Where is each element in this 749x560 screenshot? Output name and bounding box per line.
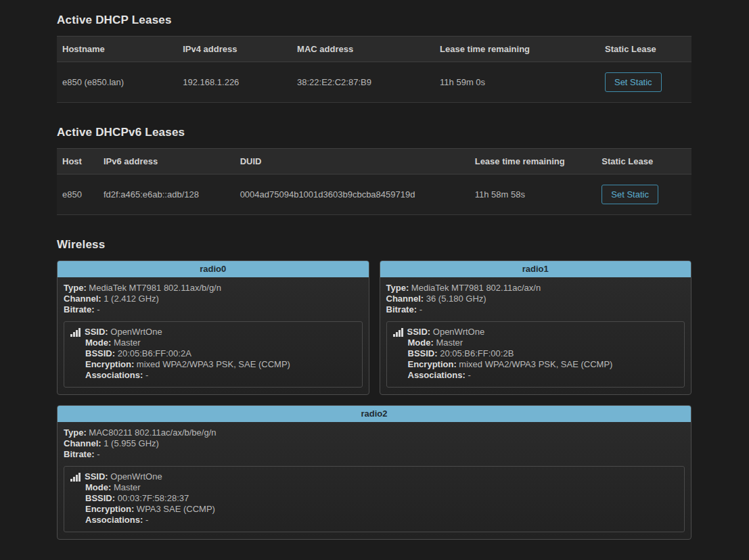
radio2-body: Type: MAC80211 802.11ac/ax/b/be/g/n Chan… [58,422,691,539]
radio0-ssid: SSID: OpenWrtOne [70,327,356,337]
lease-host: e850 [57,174,98,215]
col-lease-time: Lease time remaining [470,149,597,174]
radio1-bssid: BSSID: 20:05:B6:FF:00:2B [393,348,679,359]
radio0-encryption: Encryption: mixed WPA2/WPA3 PSK, SAE (CC… [70,359,356,370]
radio0-body: Type: MediaTek MT7981 802.11ax/b/g/n Cha… [58,277,369,394]
col-ipv4: IPv4 address [177,37,292,62]
set-static-button[interactable]: Set Static [602,185,658,204]
col-static-lease: Static Lease [599,37,691,62]
radio-card-radio1: radio1 Type: MediaTek MT7981 802.11ac/ax… [380,260,692,395]
dhcpv6-leases-section: Active DHCPv6 Leases Host IPv6 address D… [57,126,691,215]
radio0-bitrate: Bitrate: - [64,304,363,315]
wireless-section: Wireless radio0 Type: MediaTek MT7981 80… [57,238,691,540]
set-static-button[interactable]: Set Static [605,72,662,92]
dhcp-header-row: Hostname IPv4 address MAC address Lease … [57,37,691,62]
radio1-bitrate: Bitrate: - [386,304,685,315]
status-page: Active DHCP Leases Hostname IPv4 address… [0,0,749,560]
radio0-title: radio0 [58,261,369,277]
radio1-mode: Mode: Master [393,337,679,348]
radio1-channel: Channel: 36 (5.180 GHz) [386,294,685,304]
col-mac: MAC address [292,37,434,62]
radio-card-radio0: radio0 Type: MediaTek MT7981 802.11ax/b/… [57,260,369,395]
radio2-mode: Mode: Master [70,482,678,493]
radio2-ssid: SSID: OpenWrtOne [70,471,678,482]
col-ipv6: IPv6 address [98,149,235,174]
dhcp-leases-title: Active DHCP Leases [57,14,691,27]
col-hostname: Hostname [57,37,177,62]
radio0-channel: Channel: 1 (2.412 GHz) [64,294,363,304]
dhcp-leases-section: Active DHCP Leases Hostname IPv4 address… [57,14,691,103]
lease-ipv4: 192.168.1.226 [177,62,292,103]
radio0-mode: Mode: Master [70,337,356,348]
radio2-network-box: SSID: OpenWrtOne Mode: Master BSSID: 00:… [64,466,685,532]
radio2-associations: Associations: - [70,515,678,526]
dhcpv6-lease-row: e850 fd2f:a465:e6ab::adb/128 0004ad75094… [57,174,691,215]
radio1-body: Type: MediaTek MT7981 802.11ac/ax/n Chan… [380,277,691,394]
wireless-title: Wireless [57,238,691,252]
radio2-type: Type: MAC80211 802.11ac/ax/b/be/g/n [64,427,685,438]
signal-icon [70,473,81,482]
radio1-associations: Associations: - [393,370,679,381]
radio0-type: Type: MediaTek MT7981 802.11ax/b/g/n [64,283,363,294]
lease-hostname: e850 (e850.lan) [57,62,177,103]
dhcpv6-header-row: Host IPv6 address DUID Lease time remain… [57,149,691,174]
radio1-network-box: SSID: OpenWrtOne Mode: Master BSSID: 20:… [386,321,685,388]
col-duid: DUID [235,149,470,174]
dhcpv6-leases-table: Host IPv6 address DUID Lease time remain… [57,148,691,215]
lease-time: 11h 58m 58s [470,174,597,215]
lease-ipv6: fd2f:a465:e6ab::adb/128 [98,174,235,215]
dhcpv6-leases-title: Active DHCPv6 Leases [57,126,691,139]
radio2-channel: Channel: 1 (5.955 GHz) [64,438,685,449]
radio1-type: Type: MediaTek MT7981 802.11ac/ax/n [386,283,685,294]
radio1-encryption: Encryption: mixed WPA2/WPA3 PSK, SAE (CC… [393,359,679,370]
radio0-network-box: SSID: OpenWrtOne Mode: Master BSSID: 20:… [64,321,363,388]
radio-card-radio2: radio2 Type: MAC80211 802.11ac/ax/b/be/g… [57,405,691,540]
radio0-bssid: BSSID: 20:05:B6:FF:00:2A [70,348,356,359]
radio2-bssid: BSSID: 00:03:7F:58:28:37 [70,493,678,504]
lease-mac: 38:22:E2:C2:87:B9 [292,62,434,103]
dhcp-lease-row: e850 (e850.lan) 192.168.1.226 38:22:E2:C… [57,62,691,103]
col-lease-time: Lease time remaining [434,37,599,62]
radio2-title: radio2 [58,406,691,422]
col-static-lease: Static Lease [596,149,691,174]
radio2-bitrate: Bitrate: - [64,449,685,460]
wireless-grid: radio0 Type: MediaTek MT7981 802.11ax/b/… [57,260,691,540]
radio2-encryption: Encryption: WPA3 SAE (CCMP) [70,504,678,515]
radio1-title: radio1 [380,261,691,277]
radio1-ssid: SSID: OpenWrtOne [393,327,679,337]
signal-icon [70,328,81,337]
signal-icon [393,328,403,337]
lease-duid: 0004ad75094b1001d3603b9cbcba8459719d [235,174,470,215]
col-host: Host [57,149,98,174]
lease-time: 11h 59m 0s [434,62,599,103]
dhcp-leases-table: Hostname IPv4 address MAC address Lease … [57,36,691,103]
radio0-associations: Associations: - [70,370,356,381]
